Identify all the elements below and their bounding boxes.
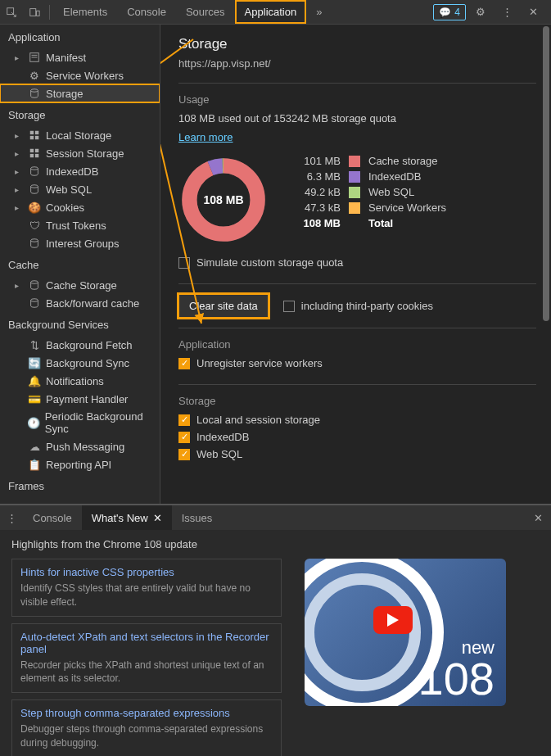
card-text: Identify CSS styles that are entirely va… (20, 582, 273, 609)
whatsnew-promo[interactable]: new 108 (305, 559, 506, 706)
storage-section-title: Storage (178, 395, 536, 407)
bell-icon: 🔔 (28, 374, 41, 387)
legend-swatch (349, 156, 360, 167)
third-party-label: including third-party cookies (301, 300, 433, 312)
sidebar-item-notifications[interactable]: 🔔Notifications (0, 372, 160, 390)
tab-console[interactable]: Console (117, 0, 176, 24)
sidebar-item-label: Local Storage (46, 129, 111, 142)
clear-site-data-button[interactable]: Clear site data (178, 294, 269, 318)
caret-icon: ▸ (15, 281, 23, 290)
inspect-icon[interactable] (0, 1, 23, 24)
storage-check[interactable]: ✓ (178, 432, 190, 443)
sidebar-item-local-storage[interactable]: ▸Local Storage (0, 126, 160, 144)
whatsnew-card[interactable]: Hints for inactive CSS propertiesIdentif… (11, 559, 282, 617)
sidebar-item-cache-storage[interactable]: ▸Cache Storage (0, 276, 160, 294)
drawer-close-icon[interactable]: ✕ (526, 512, 551, 524)
learn-more-link[interactable]: Learn more (178, 131, 536, 143)
sidebar-item-indexeddb[interactable]: ▸IndexedDB (0, 162, 160, 180)
sidebar-item-label: IndexedDB (46, 165, 98, 178)
sidebar-item-background-fetch[interactable]: ⇅Background Fetch (0, 336, 160, 354)
drawer-tab-whatsnew[interactable]: What's New✕ (82, 505, 172, 530)
sidebar-group-title: Application (0, 25, 160, 48)
sidebar-item-manifest[interactable]: ▸Manifest (0, 48, 160, 66)
tab-elements[interactable]: Elements (53, 0, 117, 24)
app-section-title: Application (178, 338, 536, 351)
whatsnew-card[interactable]: Step through comma-separated expressions… (11, 699, 282, 756)
svg-point-17 (31, 239, 38, 242)
storage-check[interactable]: ✓ (178, 414, 190, 426)
kebab-icon[interactable]: ⋮ (495, 1, 518, 24)
storage-legend: 101 MBCache storage6.3 MBIndexedDB49.2 k… (291, 155, 446, 245)
sidebar-item-background-sync[interactable]: 🔄Background Sync (0, 354, 160, 372)
cookie-icon: 🍪 (28, 201, 41, 214)
storage-check[interactable]: ✓ (178, 449, 190, 460)
scrollbar-thumb[interactable] (543, 26, 549, 321)
sidebar-item-back-forward-cache[interactable]: Back/forward cache (0, 294, 160, 312)
sidebar-item-service-workers[interactable]: ⚙Service Workers (0, 66, 160, 84)
usage-title: Usage (178, 93, 536, 106)
usage-summary: 108 MB used out of 153242 MB storage quo… (178, 112, 536, 124)
db-icon (28, 183, 41, 196)
caret-icon: ▸ (15, 203, 23, 212)
svg-rect-8 (35, 131, 38, 134)
sidebar-item-cookies[interactable]: ▸🍪Cookies (0, 198, 160, 216)
sidebar-item-storage[interactable]: Storage (0, 84, 160, 102)
close-tab-icon[interactable]: ✕ (153, 512, 162, 524)
legend-row: 101 MBCache storage (291, 155, 446, 167)
sidebar-item-payment-handler[interactable]: 💳Payment Handler (0, 390, 160, 408)
issues-count[interactable]: 💬4 (433, 4, 466, 20)
drawer-kebab-icon[interactable]: ⋮ (0, 506, 23, 529)
sidebar-item-label: Periodic Background Sync (45, 410, 155, 435)
gear-icon[interactable]: ⚙ (469, 1, 492, 24)
sidebar-item-trust-tokens[interactable]: 🛡Trust Tokens (0, 216, 160, 234)
caret-icon: ▸ (15, 131, 23, 140)
legend-swatch (349, 187, 360, 198)
third-party-checkbox[interactable] (283, 301, 295, 312)
whatsnew-headline: Highlights from the Chrome 108 update (11, 538, 540, 550)
svg-point-15 (31, 167, 38, 170)
whatsnew-card[interactable]: Auto-detect XPath and text selectors in … (11, 623, 282, 694)
sidebar-item-label: Reporting API (46, 459, 111, 471)
caret-icon: ▸ (15, 167, 23, 176)
drawer: ⋮ Console What's New✕ Issues ✕ Highlight… (0, 504, 551, 756)
tab-sources[interactable]: Sources (176, 0, 235, 24)
play-icon (373, 606, 413, 634)
card-title: Hints for inactive CSS properties (20, 566, 273, 578)
sidebar-item-push-messaging[interactable]: ☁Push Messaging (0, 437, 160, 455)
manifest-icon (28, 51, 41, 64)
simulate-quota-label: Simulate custom storage quota (196, 256, 343, 269)
simulate-quota-checkbox[interactable] (178, 257, 190, 269)
tab-more[interactable]: » (306, 0, 332, 24)
close-icon[interactable]: ✕ (522, 1, 544, 24)
db-icon (28, 87, 41, 100)
card-icon: 💳 (28, 392, 41, 405)
sidebar-item-label: Notifications (46, 375, 104, 387)
db-icon (28, 278, 41, 292)
legend-name: Web SQL (368, 186, 414, 198)
sidebar-group-title: Cache (0, 252, 160, 276)
sidebar-item-web-sql[interactable]: ▸Web SQL (0, 180, 160, 198)
sidebar-item-session-storage[interactable]: ▸Session Storage (0, 144, 160, 162)
svg-rect-1 (30, 8, 36, 16)
sidebar-item-label: Cookies (46, 201, 84, 214)
sidebar-item-label: Payment Handler (46, 393, 128, 405)
clock-icon: 🕐 (27, 416, 40, 429)
sidebar-group-title: Background Services (0, 312, 160, 336)
unregister-sw-checkbox[interactable]: ✓ (178, 358, 190, 369)
tab-application[interactable]: Application (235, 0, 307, 24)
sync-icon: 🔄 (28, 356, 41, 369)
sidebar-item-reporting-api[interactable]: 📋Reporting API (0, 455, 160, 473)
svg-rect-9 (30, 136, 34, 139)
sidebar-item-periodic-background-sync[interactable]: 🕐Periodic Background Sync (0, 408, 160, 437)
db-icon (28, 165, 41, 178)
svg-point-16 (31, 185, 38, 188)
sidebar-item-label: Storage (46, 88, 84, 100)
drawer-tab-console[interactable]: Console (23, 505, 82, 530)
device-icon[interactable] (23, 1, 46, 24)
svg-rect-12 (35, 149, 38, 152)
donut-total-label: 108 MB (203, 193, 243, 206)
svg-rect-2 (37, 11, 40, 16)
sidebar-item-interest-groups[interactable]: Interest Groups (0, 234, 160, 252)
storage-donut-chart: 108 MB (178, 155, 269, 245)
drawer-tab-issues[interactable]: Issues (172, 505, 223, 530)
